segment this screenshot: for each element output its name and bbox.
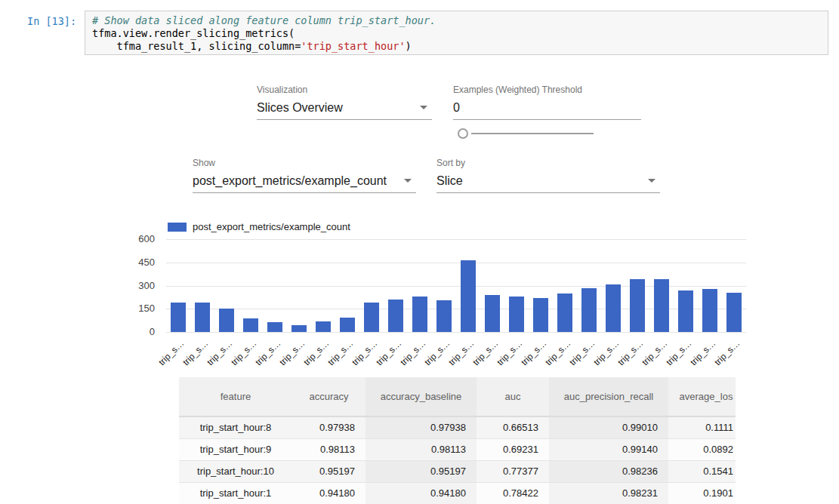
x-axis-tick-label: trip_s… bbox=[229, 338, 258, 367]
input-prompt: In [13]: bbox=[27, 15, 76, 27]
slider-thumb[interactable] bbox=[458, 128, 468, 139]
table-cell: 0.98231 bbox=[549, 482, 668, 504]
code-line: ) bbox=[406, 40, 412, 52]
code-cell-editor[interactable]: # Show data sliced along feature column … bbox=[85, 11, 828, 55]
x-axis-tick-label: trip_s… bbox=[664, 338, 693, 367]
x-axis-tick-label: trip_s… bbox=[591, 338, 621, 367]
bar[interactable] bbox=[461, 260, 476, 332]
x-axis-tick-label: trip_s… bbox=[350, 338, 379, 367]
table-cell: 0.94180 bbox=[292, 482, 366, 504]
bar-slot: trip_s… bbox=[432, 234, 456, 332]
column-header-feature[interactable]: feature bbox=[179, 377, 292, 416]
bars-area: trip_s…trip_s…trip_s…trip_s…trip_s…trip_… bbox=[166, 234, 746, 332]
code-line: tfma_result_1, slicing_column= bbox=[92, 40, 301, 52]
threshold-slider[interactable] bbox=[458, 128, 594, 140]
x-axis-tick-label: trip_s… bbox=[301, 338, 331, 367]
visualization-value[interactable]: Slices Overview bbox=[257, 99, 432, 120]
table-row: trip_start_hour:10.941800.941800.784220.… bbox=[179, 482, 736, 504]
bar[interactable] bbox=[412, 297, 427, 332]
table-cell: trip_start_hour:1 bbox=[179, 482, 292, 504]
bar[interactable] bbox=[243, 318, 258, 332]
table-cell: 0.1541 bbox=[668, 460, 736, 482]
code-comment: # Show data sliced along feature column … bbox=[92, 14, 436, 26]
bar[interactable] bbox=[171, 303, 186, 332]
show-metric-dropdown[interactable]: Show post_export_metrics/example_count bbox=[193, 158, 416, 193]
bar-slot: trip_s… bbox=[359, 234, 384, 332]
bar[interactable] bbox=[581, 288, 597, 332]
threshold-field[interactable]: Examples (Weighted) Threshold 0 bbox=[453, 85, 641, 120]
bar-slot: trip_s… bbox=[480, 234, 504, 332]
table-cell: 0.99010 bbox=[549, 416, 668, 438]
notebook-page: In [13]: # Show data sliced along featur… bbox=[0, 0, 839, 504]
sort-by-dropdown[interactable]: Sort by Slice bbox=[436, 158, 660, 193]
bar[interactable] bbox=[678, 290, 693, 332]
bar-slot: trip_s… bbox=[408, 234, 432, 332]
chevron-down-icon[interactable] bbox=[404, 179, 412, 183]
table-cell: trip_start_hour:8 bbox=[179, 416, 292, 438]
bar-slot: trip_s… bbox=[722, 234, 746, 332]
x-axis-tick-label: trip_s… bbox=[446, 338, 476, 367]
threshold-label: Examples (Weighted) Threshold bbox=[453, 85, 641, 95]
bar-slot: trip_s… bbox=[577, 234, 601, 332]
bar[interactable] bbox=[195, 303, 210, 332]
y-axis-tick-label: 600 bbox=[106, 233, 155, 245]
x-axis-tick-label: trip_s… bbox=[374, 338, 403, 367]
column-header-average_los[interactable]: average_los bbox=[668, 377, 736, 416]
column-header-accuracy[interactable]: accuracy bbox=[292, 377, 366, 416]
show-label: Show bbox=[193, 158, 416, 168]
bar[interactable] bbox=[388, 300, 403, 332]
table-cell: 0.98113 bbox=[366, 438, 477, 460]
table-cell: 0.0892 bbox=[668, 438, 736, 460]
chart-legend: post_export_metrics/example_count bbox=[168, 221, 350, 232]
bar[interactable] bbox=[654, 279, 669, 332]
bar[interactable] bbox=[485, 295, 500, 332]
table-row: trip_start_hour:80.979380.979380.665130.… bbox=[179, 416, 736, 438]
bar[interactable] bbox=[316, 321, 331, 332]
bar-slot: trip_s… bbox=[166, 234, 190, 332]
bar-slot: trip_s… bbox=[456, 234, 480, 332]
bar[interactable] bbox=[436, 300, 452, 332]
bar[interactable] bbox=[364, 303, 379, 332]
bar[interactable] bbox=[533, 298, 548, 332]
table-cell: 0.78422 bbox=[477, 482, 549, 504]
table-cell: 0.77377 bbox=[477, 460, 549, 482]
chevron-down-icon[interactable] bbox=[648, 179, 655, 183]
show-value[interactable]: post_export_metrics/example_count bbox=[193, 172, 416, 193]
table-cell: 0.69231 bbox=[477, 438, 549, 460]
bar[interactable] bbox=[340, 318, 355, 332]
y-axis-tick-label: 0 bbox=[106, 326, 155, 338]
bar[interactable] bbox=[291, 325, 307, 332]
column-header-accuracy_baseline[interactable]: accuracy_baseline bbox=[366, 377, 477, 416]
column-header-auc_precision_recall[interactable]: auc_precision_recall bbox=[549, 377, 668, 416]
bar[interactable] bbox=[267, 322, 282, 332]
bar[interactable] bbox=[606, 284, 621, 332]
table-cell: 0.95197 bbox=[292, 460, 366, 482]
sort-by-value[interactable]: Slice bbox=[436, 172, 660, 193]
bar[interactable] bbox=[509, 297, 524, 332]
bar[interactable] bbox=[219, 309, 234, 332]
x-axis-tick-label: trip_s… bbox=[422, 338, 452, 367]
metrics-table-container: featureaccuracyaccuracy_baselineaucauc_p… bbox=[179, 377, 736, 504]
table-row: trip_start_hour:90.981130.981130.692310.… bbox=[179, 438, 736, 460]
x-axis-tick-label: trip_s… bbox=[543, 338, 572, 367]
x-axis-tick-label: trip_s… bbox=[712, 338, 742, 367]
bar[interactable] bbox=[702, 289, 717, 332]
threshold-input[interactable]: 0 bbox=[453, 99, 641, 120]
column-header-auc[interactable]: auc bbox=[477, 377, 549, 416]
bar-slot: trip_s… bbox=[529, 234, 553, 332]
visualization-dropdown[interactable]: Visualization Slices Overview bbox=[257, 85, 432, 120]
x-axis-tick-label: trip_s… bbox=[567, 338, 597, 367]
bar[interactable] bbox=[557, 293, 572, 332]
table-cell: 0.97938 bbox=[366, 416, 477, 438]
legend-swatch bbox=[168, 223, 187, 232]
bar[interactable] bbox=[630, 279, 645, 332]
gridline bbox=[166, 332, 746, 333]
table-cell: 0.66513 bbox=[477, 416, 549, 438]
x-axis-tick-label: trip_s… bbox=[180, 338, 210, 367]
chevron-down-icon[interactable] bbox=[420, 106, 427, 109]
bar-slot: trip_s… bbox=[311, 234, 335, 332]
x-axis-tick-label: trip_s… bbox=[640, 338, 669, 367]
bar[interactable] bbox=[726, 293, 742, 332]
bar-chart: trip_s…trip_s…trip_s…trip_s…trip_s…trip_… bbox=[0, 234, 839, 370]
slider-track[interactable] bbox=[471, 133, 594, 134]
